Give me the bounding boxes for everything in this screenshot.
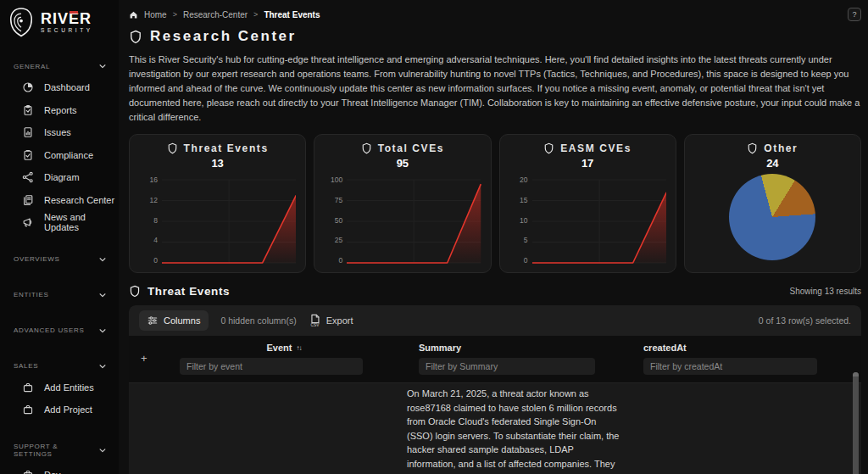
page-description: This is River Security's hub for cutting… xyxy=(129,53,861,125)
breadcrumb-separator: > xyxy=(253,10,258,19)
table-scrollbar[interactable] xyxy=(853,372,859,474)
card-threat-events[interactable]: Threat Events 13 1612840 xyxy=(129,134,306,273)
sidebar-item-compliance[interactable]: Compliance xyxy=(0,144,119,167)
sidebar-section-overviews[interactable]: OVERVIEWS xyxy=(0,248,119,270)
sidebar-item-issues[interactable]: Issues xyxy=(0,121,119,144)
threat-events-section-header: Threat Events Showing 13 results xyxy=(129,285,861,298)
csv-file-icon: CSV xyxy=(309,314,321,327)
sidebar-item-dev[interactable]: Dev xyxy=(0,464,119,474)
y-axis-labels: 1007550250 xyxy=(324,176,342,264)
column-header-event[interactable]: Event ↑↓ xyxy=(170,342,398,354)
breadcrumb-threat-events[interactable]: Threat Events xyxy=(264,10,320,20)
threat-events-table: Columns 0 hidden column(s) CSV Export 0 … xyxy=(129,305,861,474)
area-chart xyxy=(532,176,666,264)
breadcrumb-research-center[interactable]: Research-Center xyxy=(183,10,248,20)
megaphone-icon xyxy=(22,216,34,228)
sidebar-item-research-center[interactable]: Research Center xyxy=(0,189,119,212)
dashboard-icon xyxy=(22,81,34,93)
briefcase-icon xyxy=(22,404,34,415)
chevron-down-icon xyxy=(98,362,107,371)
breadcrumb-separator: > xyxy=(173,10,177,19)
help-icon: ? xyxy=(852,10,856,19)
columns-button[interactable]: Columns xyxy=(139,310,209,331)
table-row[interactable]: + + alleged oracle data breach On March … xyxy=(129,382,861,474)
card-title: Threat Events xyxy=(184,142,269,154)
briefcase-icon xyxy=(22,469,34,474)
breadcrumb-home[interactable]: Home xyxy=(144,10,167,20)
stat-cards: Threat Events 13 1612840 Total CVEs 95 1… xyxy=(129,134,861,273)
sidebar-section-entities[interactable]: ENTITIES xyxy=(0,283,119,305)
shield-icon xyxy=(361,142,372,154)
rows-selected-text: 0 of 13 row(s) selected. xyxy=(759,315,851,326)
area-chart xyxy=(162,176,296,264)
fingerprint-logo-icon xyxy=(7,6,36,38)
reports-icon xyxy=(22,104,34,116)
brand-name: RIVER xyxy=(41,11,93,26)
topbar: Home > Research-Center > Threat Events ? xyxy=(129,5,861,24)
card-easm-cves[interactable]: EASM CVEs 17 20151050 xyxy=(499,134,676,273)
column-header-summary[interactable]: Summary xyxy=(398,342,632,354)
sidebar-section-sales[interactable]: SALES xyxy=(0,354,119,376)
chevron-down-icon xyxy=(98,446,107,454)
brand-tagline: SECURITY xyxy=(41,27,93,33)
research-center-icon xyxy=(22,194,34,206)
diagram-icon xyxy=(22,171,34,183)
sidebar-item-reports[interactable]: Reports xyxy=(0,99,119,122)
main-content: Home > Research-Center > Threat Events ?… xyxy=(119,0,868,474)
sidebar-item-add-entities[interactable]: Add Entities xyxy=(0,376,119,399)
sidebar-item-add-project[interactable]: Add Project xyxy=(0,399,119,421)
card-value: 13 xyxy=(139,157,296,170)
briefcase-icon xyxy=(22,382,34,393)
card-title: Other xyxy=(764,142,798,154)
sidebar-section-advanced-users[interactable]: ADVANCED USERS xyxy=(0,319,119,341)
page-title: Research Center xyxy=(129,28,861,45)
shield-icon xyxy=(543,142,554,154)
chevron-down-icon xyxy=(98,255,107,264)
home-icon xyxy=(129,10,138,20)
compliance-icon xyxy=(22,149,34,161)
section-title: Threat Events xyxy=(147,285,230,298)
y-axis-labels: 1612840 xyxy=(139,176,158,264)
column-header-createdat[interactable]: createdAt xyxy=(632,342,861,354)
add-column-button[interactable]: + xyxy=(129,342,170,375)
sidebar: RIVER SECURITY GENERAL Dashboard Reports… xyxy=(0,0,119,474)
shield-icon xyxy=(167,142,178,154)
breadcrumb: Home > Research-Center > Threat Events xyxy=(129,10,320,20)
card-value: 95 xyxy=(324,157,481,170)
shield-icon xyxy=(129,285,141,298)
brand-logo[interactable]: RIVER SECURITY xyxy=(0,0,119,46)
pie-chart xyxy=(729,174,815,260)
card-title: Total CVEs xyxy=(378,142,444,154)
card-value: 24 xyxy=(694,157,851,170)
shield-icon xyxy=(129,30,142,44)
card-other[interactable]: Other 24 xyxy=(684,134,861,273)
app-root: RIVER SECURITY GENERAL Dashboard Reports… xyxy=(0,0,868,474)
summary-filter-input[interactable] xyxy=(419,358,595,375)
card-title: EASM CVEs xyxy=(560,142,632,154)
y-axis-labels: 20151050 xyxy=(509,176,528,264)
results-count: Showing 13 results xyxy=(790,287,862,296)
sidebar-section-support-settings[interactable]: SUPPORT & SETTINGS xyxy=(0,435,119,464)
event-summary: On March 21, 2025, a threat actor known … xyxy=(407,387,621,474)
chevron-down-icon xyxy=(98,326,107,335)
sidebar-section-general[interactable]: GENERAL xyxy=(0,54,119,76)
hidden-columns-text: 0 hidden column(s) xyxy=(220,315,296,326)
shield-icon xyxy=(747,142,758,154)
chevron-down-icon xyxy=(98,62,107,70)
sidebar-item-dashboard[interactable]: Dashboard xyxy=(0,76,119,99)
sliders-icon xyxy=(147,315,158,326)
sidebar-item-news-and-updates[interactable]: News and Updates xyxy=(0,211,119,234)
table-header: + Event ↑↓ Summary createdAt xyxy=(129,336,861,382)
issues-icon xyxy=(22,126,34,138)
chevron-down-icon xyxy=(98,291,107,299)
card-total-cves[interactable]: Total CVEs 95 1007550250 xyxy=(314,134,491,273)
area-chart xyxy=(347,176,481,264)
export-button[interactable]: CSV Export xyxy=(309,314,353,327)
createdat-filter-input[interactable] xyxy=(643,358,817,375)
sort-icon[interactable]: ↑↓ xyxy=(296,344,301,352)
svg-text:CSV: CSV xyxy=(310,323,320,327)
sidebar-item-diagram[interactable]: Diagram xyxy=(0,166,119,189)
card-value: 17 xyxy=(509,157,666,170)
event-filter-input[interactable] xyxy=(180,358,363,375)
help-button[interactable]: ? xyxy=(848,8,861,21)
